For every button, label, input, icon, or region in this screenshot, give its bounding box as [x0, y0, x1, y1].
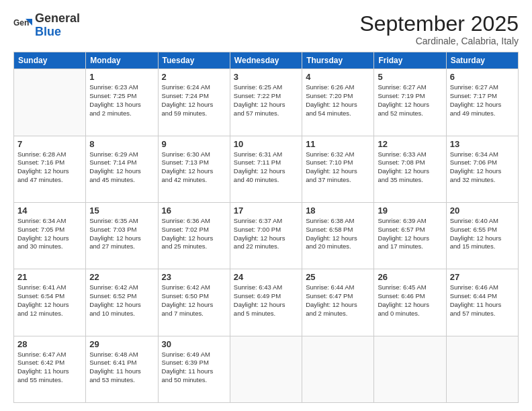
day-info: Sunrise: 6:47 AM Sunset: 6:42 PM Dayligh… [17, 351, 82, 385]
calendar-cell: 6Sunrise: 6:27 AM Sunset: 7:17 PM Daylig… [446, 69, 518, 136]
calendar-cell [302, 336, 374, 402]
calendar-cell [446, 336, 518, 402]
day-info: Sunrise: 6:25 AM Sunset: 7:22 PM Dayligh… [234, 83, 298, 118]
day-info: Sunrise: 6:30 AM Sunset: 7:13 PM Dayligh… [162, 150, 226, 185]
calendar-cell: 23Sunrise: 6:42 AM Sunset: 6:50 PM Dayli… [158, 269, 230, 336]
day-info: Sunrise: 6:39 AM Sunset: 6:57 PM Dayligh… [378, 217, 442, 251]
calendar-cell: 19Sunrise: 6:39 AM Sunset: 6:57 PM Dayli… [374, 202, 446, 269]
calendar-cell: 7Sunrise: 6:28 AM Sunset: 7:16 PM Daylig… [14, 136, 86, 202]
calendar-cell: 12Sunrise: 6:33 AM Sunset: 7:08 PM Dayli… [374, 136, 446, 202]
calendar-cell [374, 336, 446, 402]
day-info: Sunrise: 6:23 AM Sunset: 7:25 PM Dayligh… [89, 83, 154, 118]
day-info: Sunrise: 6:46 AM Sunset: 6:44 PM Dayligh… [450, 283, 515, 318]
day-info: Sunrise: 6:32 AM Sunset: 7:10 PM Dayligh… [306, 150, 370, 185]
day-info: Sunrise: 6:42 AM Sunset: 6:52 PM Dayligh… [89, 283, 154, 318]
day-number: 2 [162, 72, 226, 82]
calendar-cell: 18Sunrise: 6:38 AM Sunset: 6:58 PM Dayli… [302, 202, 374, 269]
day-info: Sunrise: 6:36 AM Sunset: 7:02 PM Dayligh… [162, 217, 226, 251]
weekday-header-saturday: Saturday [446, 52, 518, 69]
calendar-cell [14, 69, 86, 136]
day-info: Sunrise: 6:42 AM Sunset: 6:50 PM Dayligh… [162, 283, 226, 318]
weekday-header-row: SundayMondayTuesdayWednesdayThursdayFrid… [14, 52, 519, 69]
day-number: 8 [89, 139, 154, 149]
week-row-4: 28Sunrise: 6:47 AM Sunset: 6:42 PM Dayli… [14, 336, 519, 402]
day-number: 1 [89, 72, 154, 82]
day-info: Sunrise: 6:29 AM Sunset: 7:14 PM Dayligh… [89, 150, 154, 185]
logo-icon: Gen [13, 16, 32, 35]
day-info: Sunrise: 6:49 AM Sunset: 6:39 PM Dayligh… [162, 351, 226, 385]
day-number: 27 [450, 272, 515, 282]
title-block: September 2025 Cardinale, Calabria, Ital… [359, 12, 519, 46]
calendar-cell: 22Sunrise: 6:42 AM Sunset: 6:52 PM Dayli… [86, 269, 158, 336]
day-info: Sunrise: 6:27 AM Sunset: 7:19 PM Dayligh… [378, 83, 442, 118]
calendar-cell: 4Sunrise: 6:26 AM Sunset: 7:20 PM Daylig… [302, 69, 374, 136]
calendar-cell: 5Sunrise: 6:27 AM Sunset: 7:19 PM Daylig… [374, 69, 446, 136]
day-info: Sunrise: 6:28 AM Sunset: 7:16 PM Dayligh… [17, 150, 82, 185]
day-info: Sunrise: 6:31 AM Sunset: 7:11 PM Dayligh… [234, 150, 298, 185]
calendar-cell: 11Sunrise: 6:32 AM Sunset: 7:10 PM Dayli… [302, 136, 374, 202]
day-number: 16 [162, 205, 226, 216]
calendar-cell: 14Sunrise: 6:34 AM Sunset: 7:05 PM Dayli… [14, 202, 86, 269]
day-info: Sunrise: 6:27 AM Sunset: 7:17 PM Dayligh… [450, 83, 515, 118]
day-number: 21 [17, 272, 82, 282]
weekday-header-thursday: Thursday [302, 52, 374, 69]
day-number: 10 [234, 139, 298, 149]
calendar-cell: 29Sunrise: 6:48 AM Sunset: 6:41 PM Dayli… [86, 336, 158, 402]
day-number: 17 [234, 205, 298, 216]
weekday-header-friday: Friday [374, 52, 446, 69]
day-info: Sunrise: 6:45 AM Sunset: 6:46 PM Dayligh… [378, 283, 442, 318]
day-number: 4 [306, 72, 370, 82]
day-info: Sunrise: 6:26 AM Sunset: 7:20 PM Dayligh… [306, 83, 370, 118]
weekday-header-tuesday: Tuesday [158, 52, 230, 69]
day-info: Sunrise: 6:41 AM Sunset: 6:54 PM Dayligh… [17, 283, 82, 318]
weekday-header-wednesday: Wednesday [230, 52, 302, 69]
day-number: 11 [306, 139, 370, 149]
calendar-cell: 25Sunrise: 6:44 AM Sunset: 6:47 PM Dayli… [302, 269, 374, 336]
calendar-cell: 20Sunrise: 6:40 AM Sunset: 6:55 PM Dayli… [446, 202, 518, 269]
day-info: Sunrise: 6:37 AM Sunset: 7:00 PM Dayligh… [234, 217, 298, 251]
month-title: September 2025 [359, 12, 519, 36]
logo-blue-text: Blue [35, 25, 61, 38]
day-info: Sunrise: 6:48 AM Sunset: 6:41 PM Dayligh… [89, 351, 154, 385]
day-number: 19 [378, 205, 442, 216]
day-number: 5 [378, 72, 442, 82]
calendar-cell: 8Sunrise: 6:29 AM Sunset: 7:14 PM Daylig… [86, 136, 158, 202]
day-number: 12 [378, 139, 442, 149]
calendar-cell: 9Sunrise: 6:30 AM Sunset: 7:13 PM Daylig… [158, 136, 230, 202]
weekday-header-monday: Monday [86, 52, 158, 69]
day-info: Sunrise: 6:35 AM Sunset: 7:03 PM Dayligh… [89, 217, 154, 251]
header: Gen General Blue September 2025 Cardinal… [13, 12, 519, 46]
week-row-1: 7Sunrise: 6:28 AM Sunset: 7:16 PM Daylig… [14, 136, 519, 202]
calendar-cell [230, 336, 302, 402]
calendar-cell: 17Sunrise: 6:37 AM Sunset: 7:00 PM Dayli… [230, 202, 302, 269]
day-number: 29 [89, 339, 154, 349]
day-number: 30 [162, 339, 226, 349]
day-number: 25 [306, 272, 370, 282]
location-subtitle: Cardinale, Calabria, Italy [359, 36, 519, 46]
day-number: 20 [450, 205, 515, 216]
day-number: 7 [17, 139, 82, 149]
calendar-cell: 13Sunrise: 6:34 AM Sunset: 7:06 PM Dayli… [446, 136, 518, 202]
day-number: 14 [17, 205, 82, 216]
day-number: 15 [89, 205, 154, 216]
day-number: 28 [17, 339, 82, 349]
week-row-0: 1Sunrise: 6:23 AM Sunset: 7:25 PM Daylig… [14, 69, 519, 136]
weekday-header-sunday: Sunday [14, 52, 86, 69]
calendar-cell: 15Sunrise: 6:35 AM Sunset: 7:03 PM Dayli… [86, 202, 158, 269]
calendar-cell: 27Sunrise: 6:46 AM Sunset: 6:44 PM Dayli… [446, 269, 518, 336]
calendar-cell: 2Sunrise: 6:24 AM Sunset: 7:24 PM Daylig… [158, 69, 230, 136]
calendar-cell: 21Sunrise: 6:41 AM Sunset: 6:54 PM Dayli… [14, 269, 86, 336]
day-number: 22 [89, 272, 154, 282]
day-info: Sunrise: 6:34 AM Sunset: 7:05 PM Dayligh… [17, 217, 82, 251]
day-info: Sunrise: 6:24 AM Sunset: 7:24 PM Dayligh… [162, 83, 226, 118]
calendar-cell: 30Sunrise: 6:49 AM Sunset: 6:39 PM Dayli… [158, 336, 230, 402]
calendar-cell: 16Sunrise: 6:36 AM Sunset: 7:02 PM Dayli… [158, 202, 230, 269]
day-number: 9 [162, 139, 226, 149]
calendar-cell: 24Sunrise: 6:43 AM Sunset: 6:49 PM Dayli… [230, 269, 302, 336]
day-info: Sunrise: 6:34 AM Sunset: 7:06 PM Dayligh… [450, 150, 515, 185]
calendar-cell: 28Sunrise: 6:47 AM Sunset: 6:42 PM Dayli… [14, 336, 86, 402]
day-number: 3 [234, 72, 298, 82]
day-number: 6 [450, 72, 515, 82]
day-number: 26 [378, 272, 442, 282]
page: Gen General Blue September 2025 Cardinal… [0, 0, 532, 411]
